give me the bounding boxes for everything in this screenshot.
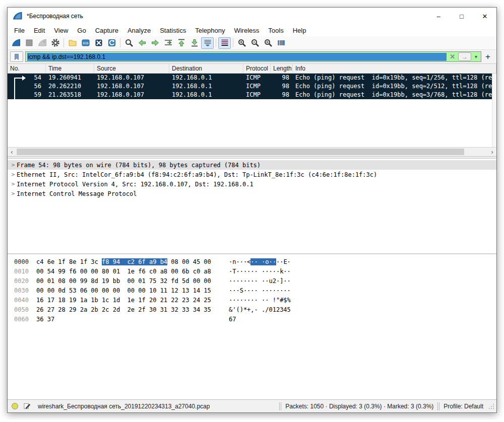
hex-dump-pane: 0000 c4 6e 1f 8e 1f 3c f8 94 c2 6f a9 b4… — [8, 255, 496, 399]
related-packet-line — [14, 78, 15, 99]
menu-capture[interactable]: Capture — [91, 26, 123, 35]
packet-row-56[interactable]: 56 20.262210 192.168.0.107 192.168.0.1 I… — [8, 82, 492, 91]
scrollbar-thumb[interactable] — [17, 149, 464, 155]
save-file-button[interactable]: 010 — [79, 37, 92, 49]
capture-options-gear-icon[interactable] — [49, 37, 61, 49]
menu-tools[interactable]: Tools — [264, 26, 288, 35]
close-button[interactable]: ✕ — [473, 8, 496, 25]
hex-bytes[interactable]: 00 54 99 f6 00 00 80 01 1e f6 c0 a8 00 6… — [36, 268, 222, 277]
hex-bytes[interactable]: c4 6e 1f 8e 1f 3c f8 94 c2 6f a9 b4 08 0… — [36, 258, 222, 268]
packet-rows: 54 19.260941 192.168.0.107 192.168.0.1 I… — [8, 74, 492, 147]
hex-bytes[interactable]: 00 01 08 00 99 8d 19 bb 00 01 75 32 fd 5… — [36, 277, 222, 287]
detail-ip-row[interactable]: > Internet Protocol Version 4, Src: 192.… — [8, 179, 496, 189]
go-to-packet-icon[interactable] — [162, 37, 174, 49]
packet-row-59[interactable]: 59 21.263518 192.168.0.107 192.168.0.1 I… — [8, 91, 492, 99]
menu-telephony[interactable]: Telephony — [191, 26, 229, 35]
menu-go[interactable]: Go — [73, 26, 90, 35]
zoom-out-icon[interactable] — [248, 37, 261, 49]
packet-list-horizontal-scrollbar[interactable]: ‹ › — [8, 147, 496, 156]
hex-row-0060[interactable]: 0060 36 37 67 — [14, 316, 496, 325]
stop-capture-button[interactable] — [23, 37, 35, 49]
zoom-in-icon[interactable] — [235, 37, 248, 49]
ascii-bytes[interactable]: ········ ··u2·]·· — [229, 277, 291, 287]
capture-comment-icon[interactable] — [23, 402, 31, 410]
column-header-length[interactable]: Length — [271, 64, 293, 73]
svg-text:010: 010 — [83, 41, 88, 45]
packet-counts: Packets: 1050 · Displayed: 3 (0.3%) · Ma… — [285, 403, 433, 410]
ascii-bytes[interactable]: &'()*+,- ./012345 — [229, 306, 291, 316]
hex-bytes[interactable]: 26 27 28 29 2a 2b 2c 2d 2e 2f 30 31 32 3… — [36, 306, 222, 316]
hex-row-0020[interactable]: 0020 00 01 08 00 99 8d 19 bb 00 01 75 32… — [14, 277, 496, 287]
filter-clear-icon[interactable]: ✕ — [448, 53, 457, 60]
packet-row-54[interactable]: 54 19.260941 192.168.0.107 192.168.0.1 I… — [8, 74, 492, 82]
filter-bookmark-button[interactable] — [10, 51, 23, 62]
ascii-bytes[interactable]: 67 — [229, 316, 236, 325]
expert-info-icon[interactable] — [12, 403, 18, 409]
scroll-right-arrow-icon[interactable]: › — [488, 149, 496, 156]
ascii-bytes[interactable]: ···S···· ········ — [229, 287, 291, 297]
hex-row-0040[interactable]: 0040 16 17 18 19 1a 1b 1c 1d 1e 1f 20 21… — [14, 297, 496, 306]
cell-length: 98 — [271, 82, 293, 91]
column-header-destination[interactable]: Destination — [169, 64, 243, 73]
resize-columns-icon[interactable] — [275, 37, 287, 49]
expand-chevron-icon[interactable]: > — [10, 181, 17, 187]
hex-bytes[interactable]: 00 00 0d 53 06 00 00 00 00 00 10 11 12 1… — [36, 287, 222, 297]
hex-row-0050[interactable]: 0050 26 27 28 29 2a 2b 2c 2d 2e 2f 30 31… — [14, 306, 496, 316]
column-header-time[interactable]: Time — [46, 64, 94, 73]
ascii-bytes[interactable]: ········ ·· !"#$% — [229, 297, 291, 306]
cell-destination: 192.168.0.1 — [169, 82, 243, 91]
ascii-bytes[interactable]: ·T······ ·····k·· — [229, 268, 291, 277]
colorize-toggle[interactable] — [218, 37, 231, 49]
filter-dropdown-caret-icon[interactable]: ▾ — [473, 54, 479, 59]
close-file-button[interactable] — [92, 37, 105, 49]
menu-edit[interactable]: Edit — [29, 26, 49, 35]
start-capture-button[interactable] — [10, 37, 22, 49]
hex-bytes[interactable]: 36 37 — [36, 316, 222, 325]
scroll-left-arrow-icon[interactable]: ‹ — [8, 149, 16, 156]
hex-row-0010[interactable]: 0010 00 54 99 f6 00 00 80 01 1e f6 c0 a8… — [14, 268, 496, 277]
hex-row-0030[interactable]: 0030 00 00 0d 53 06 00 00 00 00 00 10 11… — [14, 287, 496, 297]
hex-bytes[interactable]: 16 17 18 19 1a 1b 1c 1d 1e 1f 20 21 22 2… — [36, 297, 222, 306]
filter-apply-arrow-icon[interactable]: → — [458, 52, 471, 61]
resize-grip[interactable] — [488, 403, 494, 409]
menu-view[interactable]: View — [49, 26, 73, 35]
menu-analyze[interactable]: Analyze — [123, 26, 155, 35]
filter-value[interactable]: icmp && ip.dst==192.168.0.1 — [27, 53, 447, 61]
menu-statistics[interactable]: Statistics — [155, 26, 191, 35]
profile-indicator[interactable]: Profile: Default — [444, 403, 483, 410]
column-header-info[interactable]: Info — [293, 64, 496, 73]
maximize-button[interactable]: □ — [450, 8, 473, 25]
packet-details-pane: > Frame 54: 98 bytes on wire (784 bits),… — [8, 159, 496, 253]
expand-chevron-icon[interactable]: > — [10, 162, 17, 168]
go-forward-arrow-icon[interactable] — [149, 37, 161, 49]
column-header-source[interactable]: Source — [94, 64, 169, 73]
find-packet-icon[interactable] — [122, 37, 135, 49]
ascii-bytes[interactable]: ·n···<·· ·o····E· — [229, 258, 291, 268]
restart-capture-button[interactable] — [36, 37, 48, 49]
auto-scroll-toggle[interactable] — [201, 37, 214, 49]
packet-list-vertical-scrollbar[interactable] — [492, 74, 496, 147]
cell-time: 19.260941 — [46, 74, 94, 82]
menu-help[interactable]: Help — [288, 26, 311, 35]
detail-text: Internet Protocol Version 4, Src: 192.16… — [17, 181, 254, 188]
detail-frame-row[interactable]: > Frame 54: 98 bytes on wire (784 bits),… — [8, 160, 496, 170]
go-to-top-icon[interactable] — [175, 37, 187, 49]
go-to-bottom-icon[interactable] — [188, 37, 201, 49]
menu-wireless[interactable]: Wireless — [229, 26, 264, 35]
column-header-no[interactable]: No. — [8, 64, 46, 73]
minimize-button[interactable]: – — [427, 8, 450, 25]
menu-file[interactable]: File — [10, 26, 29, 35]
reload-file-button[interactable] — [105, 37, 118, 49]
hex-row-0000[interactable]: 0000 c4 6e 1f 8e 1f 3c f8 94 c2 6f a9 b4… — [14, 258, 496, 268]
expand-chevron-icon[interactable]: > — [10, 190, 17, 197]
column-header-protocol[interactable]: Protocol — [243, 64, 271, 73]
menu-bar: File Edit View Go Capture Analyze Statis… — [8, 25, 496, 36]
detail-ethernet-row[interactable]: > Ethernet II, Src: IntelCor_6f:a9:b4 (f… — [8, 170, 496, 179]
detail-icmp-row[interactable]: > Internet Control Message Protocol — [8, 189, 496, 198]
display-filter-input[interactable]: icmp && ip.dst==192.168.0.1 ✕ → ▾ — [25, 51, 481, 62]
open-file-button[interactable] — [66, 37, 79, 49]
zoom-original-icon[interactable] — [262, 37, 274, 49]
go-back-arrow-icon[interactable] — [136, 37, 148, 49]
filter-add-button[interactable]: + — [483, 52, 494, 62]
expand-chevron-icon[interactable]: > — [10, 171, 17, 178]
